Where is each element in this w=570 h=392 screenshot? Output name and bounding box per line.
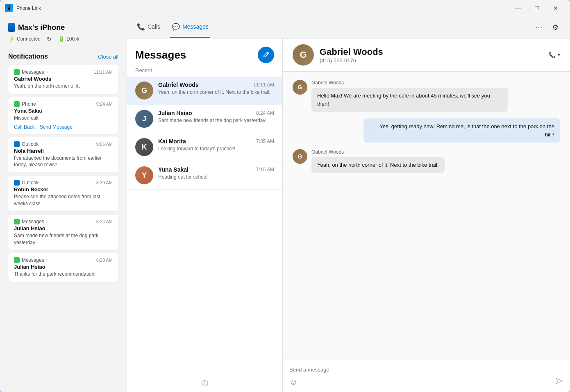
phone-device-icon	[8, 23, 15, 32]
chat-avatar: G	[293, 149, 307, 164]
notif-body: Yeah, on the north corner of it.	[14, 83, 113, 90]
avatar: K	[135, 138, 153, 156]
send-message-button[interactable]: Send Message	[40, 124, 73, 130]
notif-sender: Gabriel Woods	[14, 76, 113, 82]
notifications-header: Notifications Close all	[8, 53, 118, 60]
calls-tab-label: Calls	[148, 23, 160, 30]
notification-card: Messages › 8:24 AM Julian Hsiao Sam made…	[8, 215, 118, 250]
close-button[interactable]: ✕	[546, 0, 565, 16]
main-content: Max's iPhone ⚡ Connected ↻ 🔋 100%	[0, 16, 570, 392]
notif-body: I've attached the documents from earlier…	[14, 155, 113, 169]
chat-contact-phone: (415) 555-0176	[320, 57, 383, 63]
messages-app-icon	[14, 219, 20, 224]
outlook-app-icon	[14, 141, 20, 147]
bluetooth-icon: ⚡	[8, 36, 15, 42]
app-title: Phone Link	[16, 5, 41, 11]
tab-messages[interactable]: 💬 Messages	[170, 16, 210, 38]
maximize-button[interactable]: ☐	[527, 0, 546, 16]
chat-message-row: G Gabriel Woods Yeah, on the north corne…	[293, 149, 560, 173]
topnav-right: ⋯ ⚙	[532, 21, 562, 34]
notif-sender: Julian Hsiao	[14, 225, 113, 231]
notification-card: Messages › 11:11 AM Gabriel Woods Yeah, …	[8, 65, 118, 94]
notif-sender: Nola Harrell	[14, 148, 113, 154]
chat-sender-name: Gabriel Woods	[311, 149, 445, 155]
chat-messages: G Gabriel Woods Hello Max! We are meetin…	[283, 72, 570, 360]
messages-app-icon	[14, 257, 20, 263]
notif-sender: Yuna Sakai	[14, 108, 113, 114]
message-input[interactable]	[289, 364, 563, 375]
notification-card: Messages › 8:23 AM Julian Hsiao Thanks f…	[8, 253, 118, 282]
message-time: 11:11 AM	[253, 82, 274, 88]
app-icon: 📱	[5, 4, 13, 12]
notif-time: 8:23 AM	[96, 258, 113, 263]
call-back-button[interactable]: Call Back	[14, 124, 35, 130]
more-options-button[interactable]: ⋯	[532, 21, 545, 34]
send-button[interactable]	[555, 377, 563, 387]
messages-list-footer: ⓘ	[127, 375, 282, 392]
settings-button[interactable]: ⚙	[549, 21, 562, 34]
notif-sender: Robin Becker	[14, 186, 113, 193]
app-window: 📱 Phone Link — ☐ ✕ Max's iPhone ⚡ Connec…	[0, 0, 570, 392]
topnav: 📞 Calls 💬 Messages ⋯ ⚙	[127, 16, 570, 39]
phone-status: ⚡ Connected ↻ 🔋 100%	[8, 35, 118, 43]
content-area: Messages Recent G	[127, 39, 570, 392]
recent-label: Recent	[127, 67, 282, 77]
outlook-app-icon	[14, 180, 20, 186]
messages-title: Messages	[135, 49, 186, 61]
chevron-right-icon: ›	[46, 219, 48, 224]
message-time: 8:24 AM	[256, 110, 274, 116]
refresh-button[interactable]: ↻	[45, 35, 53, 43]
notification-card: Outlook 9:06 AM Nola Harrell I've attach…	[8, 137, 118, 173]
phone-name: Max's iPhone	[8, 23, 118, 32]
messages-tab-icon: 💬	[172, 23, 180, 31]
tab-calls[interactable]: 📞 Calls	[135, 16, 162, 38]
phone-app-icon	[14, 101, 20, 107]
battery-label: 100%	[66, 36, 79, 42]
titlebar: 📱 Phone Link — ☐ ✕	[0, 0, 570, 16]
contact-name: Julian Hsiao	[158, 110, 192, 116]
minimize-button[interactable]: —	[509, 0, 527, 16]
chat-message-row: Yes, getting ready now! Remind me, is th…	[293, 118, 560, 143]
notif-time: 8:24 AM	[96, 219, 113, 224]
chat-bubble: Yeah, on the north corner of it. Next to…	[311, 157, 445, 173]
compose-button[interactable]	[258, 47, 274, 63]
chat-input-area: ☺	[283, 360, 570, 392]
contact-name: Yuna Sakai	[158, 166, 188, 173]
battery-status: 🔋 100%	[58, 36, 79, 42]
list-item[interactable]: K Kai Morita 7:35 AM Looking forward to …	[127, 133, 282, 161]
close-all-button[interactable]: Close all	[98, 54, 118, 60]
chat-message-row: G Gabriel Woods Hello Max! We are meetin…	[293, 80, 560, 112]
chevron-right-icon: ›	[46, 258, 48, 263]
right-panel: 📞 Calls 💬 Messages ⋯ ⚙	[127, 16, 570, 392]
chevron-right-icon: ›	[46, 70, 48, 75]
notif-app-name: Phone	[22, 101, 36, 107]
notif-time: 9:06 AM	[96, 142, 113, 147]
list-item[interactable]: Y Yuna Sakai 7:15 AM Heading out for sch…	[127, 161, 282, 190]
notif-time: 9:24 AM	[96, 102, 113, 106]
notif-body: Thanks for the park recommendation!	[14, 271, 113, 278]
notifications-section: Notifications Close all Messages › 11:11…	[0, 47, 127, 392]
notif-app-name: Outlook	[22, 180, 39, 186]
message-preview: Looking forward to today's practice!	[158, 146, 274, 152]
notif-time: 8:39 AM	[96, 180, 113, 185]
notif-sender: Julian Hsiao	[14, 264, 113, 270]
chevron-down-icon: ▾	[558, 52, 560, 58]
message-preview: Sam made new friends at the dog park yes…	[158, 118, 274, 123]
list-item[interactable]: J Julian Hsiao 8:24 AM Sam made new frie…	[127, 105, 282, 133]
message-list: G Gabriel Woods 11:11 AM Yeah, on the no…	[127, 77, 282, 375]
notif-app-name: Messages	[22, 219, 44, 224]
chat-panel: G Gabriel Woods (415) 555-0176 ▾	[283, 39, 570, 392]
call-button[interactable]: ▾	[548, 51, 560, 59]
chat-bubble-sent: Yes, getting ready now! Remind me, is th…	[363, 118, 560, 143]
notif-body: Sam made new friends at the dog park yes…	[14, 232, 113, 246]
notif-body: Please see the attached notes from last …	[14, 193, 113, 207]
messages-list-panel: Messages Recent G	[127, 39, 283, 392]
chat-contact-name: Gabriel Woods	[320, 47, 383, 57]
chat-avatar: G	[293, 80, 307, 95]
emoji-button[interactable]: ☺	[289, 377, 297, 387]
list-item[interactable]: G Gabriel Woods 11:11 AM Yeah, on the no…	[127, 77, 282, 105]
info-icon[interactable]: ⓘ	[202, 379, 208, 388]
connected-label: Connected	[17, 36, 41, 42]
avatar: Y	[135, 166, 153, 184]
messages-app-icon	[14, 69, 20, 75]
